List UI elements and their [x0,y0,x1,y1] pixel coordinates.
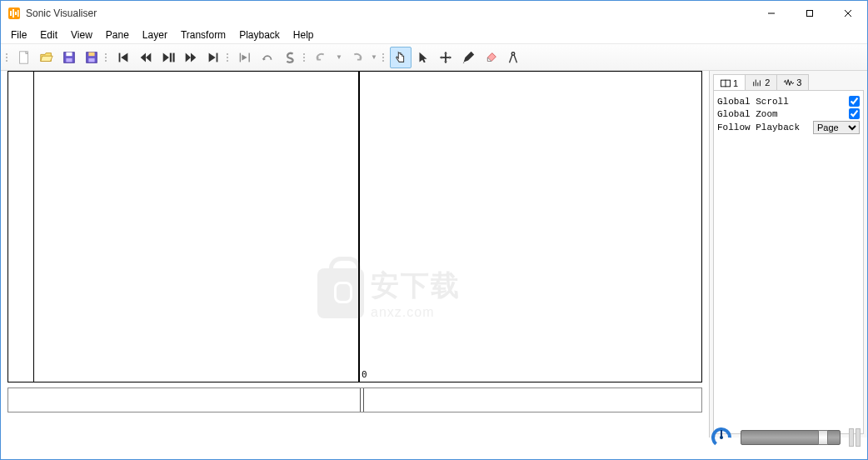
svg-marker-35 [440,56,442,59]
menu-file[interactable]: File [4,28,33,42]
skip-start-button[interactable] [112,47,134,68]
layer-tabs: 1 2 3 [713,74,864,91]
svg-rect-38 [441,57,449,58]
level-meters [849,428,861,447]
svg-rect-3 [15,12,17,15]
menu-pane[interactable]: Pane [99,28,136,42]
pane-area: 0 安下载 anxz.com [1,71,709,438]
global-scroll-checkbox[interactable] [849,96,860,107]
solo-button[interactable] [279,47,301,68]
save-as-button[interactable] [81,47,102,68]
svg-marker-40 [463,62,465,63]
menu-playback[interactable]: Playback [232,28,287,42]
save-button[interactable] [58,47,80,68]
ruler-icon [752,78,762,87]
svg-marker-20 [141,52,146,62]
svg-rect-17 [88,58,94,62]
svg-marker-33 [444,51,447,53]
svg-rect-18 [119,52,121,62]
play-selection-button[interactable] [234,47,256,68]
svg-marker-34 [444,61,447,63]
new-button[interactable] [13,47,35,68]
svg-rect-28 [217,52,218,62]
menu-view[interactable]: View [64,28,99,42]
menu-edit[interactable]: Edit [33,28,64,42]
svg-rect-14 [66,58,72,62]
redo-button[interactable] [346,47,367,68]
svg-marker-11 [41,56,52,61]
svg-marker-19 [121,52,127,62]
svg-marker-30 [242,54,247,60]
select-tool-button[interactable] [412,47,434,68]
playhead-cursor[interactable] [358,72,360,382]
svg-rect-23 [170,52,172,62]
svg-point-54 [720,436,723,439]
draw-tool-button[interactable] [457,47,479,68]
svg-marker-39 [463,51,474,62]
toolbar-grip[interactable] [227,48,232,67]
fast-forward-button[interactable] [180,47,202,68]
menu-layer[interactable]: Layer [136,28,174,42]
global-zoom-label: Global Zoom [717,109,846,119]
svg-rect-13 [66,52,72,55]
svg-marker-27 [209,52,216,62]
skip-end-button[interactable] [202,47,224,68]
global-scroll-label: Global Scroll [717,97,846,107]
navigate-tool-button[interactable] [390,47,412,68]
maximize-button[interactable] [791,1,829,26]
minimize-button[interactable] [752,1,791,26]
tab-pane-1[interactable]: 1 [713,74,746,91]
toolbar-grip[interactable] [303,48,308,67]
tab-waveform-3[interactable]: 3 [776,74,809,91]
window-controls [752,1,867,26]
overview-cursor[interactable] [360,388,364,412]
svg-line-44 [509,54,512,62]
layer-properties: Global Scroll Global Zoom Follow Playbac… [713,90,864,434]
svg-rect-6 [807,11,813,17]
follow-playback-select[interactable]: Page [813,121,860,134]
loop-button[interactable] [257,47,278,68]
volume-thumb[interactable] [818,430,828,445]
main-area: 0 安下载 anxz.com 1 2 3 [1,71,867,438]
svg-rect-29 [240,52,241,62]
erase-tool-button[interactable] [480,47,501,68]
toolbar-grip[interactable] [6,48,11,67]
svg-marker-26 [191,52,196,62]
svg-line-45 [514,54,517,62]
main-pane[interactable]: 0 [7,71,702,382]
open-button[interactable] [36,47,57,68]
titlebar: Sonic Visualiser [1,1,867,26]
svg-marker-22 [163,52,169,62]
svg-rect-31 [249,52,250,62]
toolbar-grip[interactable] [105,48,110,67]
volume-slider[interactable] [741,430,841,445]
follow-playback-label: Follow Playback [717,122,813,132]
waveform-icon [784,78,794,87]
svg-rect-24 [172,52,174,62]
svg-marker-21 [146,52,151,62]
tab-ruler-2[interactable]: 2 [745,74,777,91]
toolbar: ▼ ▼ [1,44,867,71]
pane-icon [721,79,731,88]
menu-help[interactable]: Help [287,28,321,42]
close-button[interactable] [829,1,867,26]
rewind-button[interactable] [135,47,157,68]
svg-rect-1 [10,11,12,16]
redo-dropdown-icon[interactable]: ▼ [368,53,380,61]
playback-speed-dial[interactable] [711,427,732,448]
measure-tool-button[interactable] [502,47,524,68]
move-tool-button[interactable] [435,47,456,68]
pane-left-margin-line [33,72,34,382]
undo-dropdown-icon[interactable]: ▼ [333,53,345,61]
toolbar-grip[interactable] [382,48,387,67]
svg-marker-36 [449,56,451,59]
menu-transform[interactable]: Transform [174,28,232,42]
global-zoom-checkbox[interactable] [849,108,860,119]
play-pause-button[interactable] [157,47,179,68]
app-icon [7,7,21,20]
undo-button[interactable] [311,47,332,68]
overview-pane[interactable] [7,388,702,412]
layer-property-panel: 1 2 3 Global Scroll Global Zoom Follow P… [709,71,867,438]
time-zero-label: 0 [362,369,367,380]
tab-label-2: 2 [765,78,770,88]
